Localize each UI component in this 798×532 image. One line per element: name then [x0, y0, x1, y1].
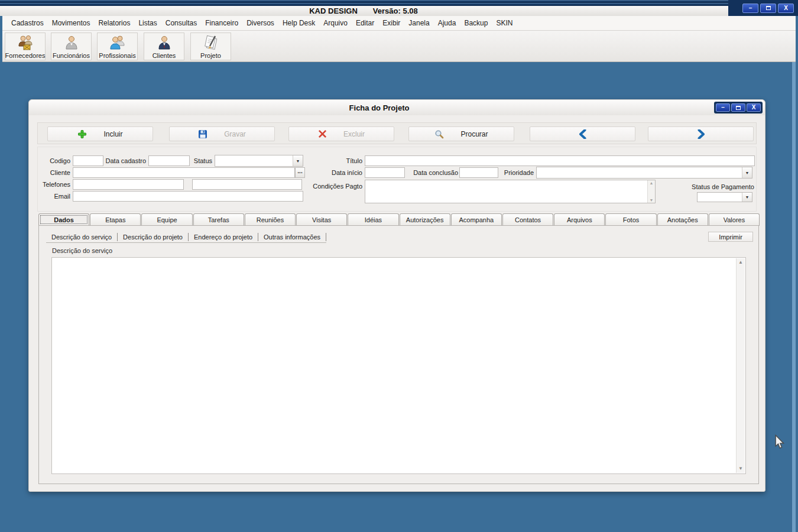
imprimir-label: Imprimir: [719, 233, 742, 241]
menu-item-consultas[interactable]: Consultas: [161, 17, 201, 29]
search-icon: [434, 129, 444, 139]
toolbar-button-profissionais[interactable]: Profissionais: [97, 33, 138, 60]
delete-x-icon: [318, 129, 327, 138]
excluir-label: Excluir: [343, 130, 365, 138]
menu-item-helpdesk[interactable]: Help Desk: [278, 17, 319, 29]
tab-reunioes[interactable]: Reuniões: [245, 213, 296, 226]
main-tabset: Dados Etapas Equipe Tarefas Reuniões Vis…: [38, 213, 760, 226]
gravar-label: Gravar: [224, 130, 246, 138]
sub-tabset: Descrição do serviço Descrição do projet…: [46, 232, 326, 243]
scroll-up-icon: ▲: [738, 260, 743, 265]
prioridade-dropdown-button[interactable]: ▼: [742, 167, 752, 178]
menu-item-exibir[interactable]: Exibir: [378, 17, 404, 29]
tab-ideias[interactable]: Idéias: [348, 213, 398, 226]
menu-item-diversos[interactable]: Diversos: [242, 17, 278, 29]
dialog-maximize-button[interactable]: [731, 103, 745, 112]
textarea-scrollbar[interactable]: ▲ ▼: [736, 258, 745, 473]
status-pagamento-select[interactable]: ▼: [697, 192, 752, 202]
tab-tarefas[interactable]: Tarefas: [193, 213, 244, 226]
next-record-button[interactable]: [648, 126, 754, 141]
tab-valores[interactable]: Valores: [709, 213, 760, 226]
tab-dados[interactable]: Dados: [38, 213, 89, 226]
previous-record-button[interactable]: [530, 126, 635, 141]
cliente-browse-button[interactable]: ...: [295, 167, 305, 178]
close-button[interactable]: X: [778, 4, 794, 13]
desktop: KAD DESIGN Versão: 5.08 – X Cadastros Mo…: [0, 0, 798, 532]
tab-acompanha[interactable]: Acompanha: [451, 213, 502, 226]
subtab-descricao-servico[interactable]: Descrição do serviço: [46, 233, 117, 241]
maximize-icon: [736, 106, 741, 110]
prioridade-select[interactable]: ▼: [536, 167, 752, 179]
email-input[interactable]: [73, 191, 303, 202]
excluir-button[interactable]: Excluir: [288, 126, 394, 141]
status-select[interactable]: ▼: [215, 155, 303, 167]
toolbar-button-fornecedores[interactable]: Fornecedores: [5, 33, 46, 60]
data-cadastro-label: Data cadastro: [93, 157, 146, 164]
tab-contatos[interactable]: Contatos: [502, 213, 553, 226]
menu-item-relatorios[interactable]: Relatorios: [94, 17, 134, 29]
dialog-actionbar: Incluir Gravar: [37, 122, 757, 144]
memo-scrollbar[interactable]: ▲ ▼: [647, 180, 655, 203]
incluir-label: Incluir: [103, 130, 122, 138]
menu-item-backup[interactable]: Backup: [460, 17, 492, 29]
subtab-descricao-projeto[interactable]: Descrição do projeto: [118, 233, 188, 241]
minimize-button[interactable]: –: [742, 4, 758, 13]
toolbar-button-projeto[interactable]: Projeto: [190, 33, 231, 60]
imprimir-button[interactable]: Imprimir: [708, 232, 753, 242]
procurar-label: Procurar: [460, 130, 488, 138]
cliente-input[interactable]: [73, 167, 295, 178]
tab-arquivos[interactable]: Arquivos: [554, 213, 605, 226]
tab-etapas[interactable]: Etapas: [90, 213, 141, 226]
titulo-input[interactable]: [365, 155, 755, 166]
menu-item-listas[interactable]: Listas: [134, 17, 161, 29]
dialog-close-button[interactable]: X: [747, 103, 761, 112]
toolbar-button-funcionarios[interactable]: Funcionários: [51, 33, 92, 60]
telefone1-input[interactable]: [73, 179, 184, 190]
status-dropdown-button[interactable]: ▼: [293, 155, 303, 166]
gravar-button[interactable]: Gravar: [169, 126, 275, 141]
tab-visitas[interactable]: Visitas: [296, 213, 347, 226]
data-inicio-input[interactable]: [365, 167, 405, 178]
tab-anotacoes[interactable]: Anotações: [657, 213, 708, 226]
toolbar-button-clientes[interactable]: Clientes: [144, 33, 184, 60]
chevron-down-icon: ▼: [296, 159, 300, 163]
close-icon: X: [784, 5, 788, 11]
cliente-label: Cliente: [43, 169, 70, 176]
menu-item-janela[interactable]: Janela: [404, 17, 433, 29]
condicoes-pagto-memo[interactable]: ▲ ▼: [365, 180, 656, 203]
window-titlebar-stripes: [0, 0, 798, 6]
app-title: KAD DESIGN: [309, 7, 358, 15]
suppliers-people-icon: [17, 34, 34, 52]
maximize-button[interactable]: [760, 4, 776, 13]
professionals-people-icon: [109, 34, 126, 52]
incluir-button[interactable]: Incluir: [47, 126, 153, 141]
subtab-outras-informacoes[interactable]: Outras informações: [258, 233, 326, 241]
menu-item-financeiro[interactable]: Financeiro: [201, 17, 242, 29]
data-conclusao-input[interactable]: [459, 167, 498, 178]
menu-item-editar[interactable]: Editar: [352, 17, 378, 29]
tab-equipe[interactable]: Equipe: [141, 213, 192, 226]
toolbar-label-clientes: Clientes: [153, 52, 176, 59]
chevron-down-icon: ▼: [745, 195, 750, 199]
status-pagamento-dropdown-button[interactable]: ▼: [742, 193, 752, 202]
procurar-button[interactable]: Procurar: [408, 126, 514, 141]
tab-autorizacoes[interactable]: Autorizações: [400, 213, 450, 226]
data-conclusao-label: Data conclusão: [407, 169, 458, 176]
codigo-label: Codigo: [43, 157, 70, 164]
menu-item-arquivo[interactable]: Arquivo: [319, 17, 352, 29]
menu-item-ajuda[interactable]: Ajuda: [434, 17, 460, 29]
scroll-down-icon: ▼: [738, 466, 743, 471]
tab-fotos[interactable]: Fotos: [605, 213, 656, 226]
status-label: Status: [178, 157, 212, 164]
menu-item-cadastros[interactable]: Cadastros: [7, 17, 48, 29]
menu-item-skin[interactable]: SKIN: [492, 17, 517, 29]
menu-item-movimentos[interactable]: Movimentos: [48, 17, 95, 29]
scroll-down-icon: ▼: [650, 198, 654, 202]
dialog-minimize-button[interactable]: –: [716, 103, 730, 112]
subtab-endereco-projeto[interactable]: Endereço do projeto: [189, 233, 258, 241]
toolbar-label-projeto: Projeto: [200, 52, 221, 59]
telefone2-input[interactable]: [192, 179, 302, 190]
app-titlebar: KAD DESIGN Versão: 5.08: [0, 6, 798, 16]
descricao-servico-textarea[interactable]: ▲ ▼: [51, 257, 746, 474]
maximize-icon: [766, 6, 771, 10]
